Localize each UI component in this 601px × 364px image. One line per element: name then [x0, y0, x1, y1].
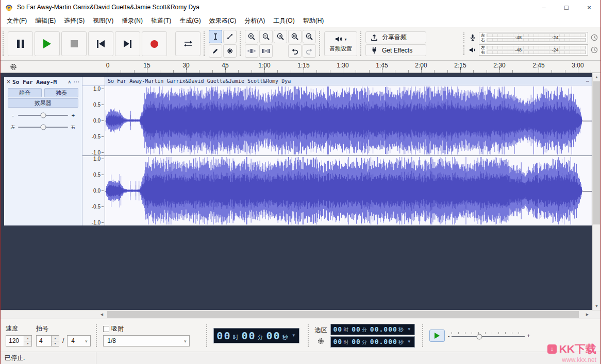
redo-button[interactable]	[303, 44, 316, 58]
toolbar-grip[interactable]	[360, 31, 362, 56]
toolbar-grip[interactable]	[96, 324, 98, 347]
solo-button[interactable]: 独奏	[44, 88, 78, 97]
zoom-in-button[interactable]	[245, 30, 258, 43]
audio-position-display[interactable]: 00时00分00秒 ▼	[213, 328, 299, 343]
toolbar-grip[interactable]	[206, 324, 208, 347]
menu-item[interactable]: 视图(V)	[89, 14, 118, 27]
pan-slider[interactable]: 左 右	[10, 123, 76, 131]
menu-item[interactable]: 效果器(C)	[205, 14, 241, 27]
scroll-up-button[interactable]: ▲	[593, 73, 600, 81]
menu-item[interactable]: 生成(G)	[175, 14, 205, 27]
maximize-button[interactable]: □	[555, 0, 578, 14]
snap-checkbox[interactable]	[103, 326, 109, 332]
toolbar-grip[interactable]	[463, 45, 465, 55]
scroll-right-button[interactable]: ▶	[583, 310, 592, 319]
track: × So Far Away-M ∧ ⋯ 静音 独奏 效果器 - +	[4, 76, 592, 226]
menu-item[interactable]: 编辑(E)	[31, 14, 60, 27]
selection-end-field[interactable]: 00时00分00.000秒 ▼	[330, 336, 415, 348]
zoom-selection-button[interactable]	[274, 30, 287, 43]
audacity-window: So Far Away-Martin Garrix&David Guetta&J…	[0, 0, 601, 364]
vertical-scrollbar[interactable]: ▲ ▼	[592, 73, 600, 310]
play-speed-slider[interactable]: - +	[448, 330, 530, 342]
record-button[interactable]	[142, 31, 167, 56]
scroll-left-button[interactable]: ◀	[97, 310, 106, 319]
toolbar-grip[interactable]	[204, 31, 206, 56]
vertical-scrollbar-thumb[interactable]	[593, 81, 600, 224]
time-signature-spinner[interactable]: ▲▼	[52, 335, 59, 346]
zoom-out-button[interactable]	[259, 30, 273, 43]
field-caret-icon[interactable]: ▼	[405, 339, 413, 344]
toolbar-grip[interactable]	[3, 31, 5, 56]
selection-tool-button[interactable]	[209, 30, 222, 43]
menu-item[interactable]: 工具(O)	[269, 14, 298, 27]
time-signature-lower-select[interactable]: 4 ∨	[67, 335, 91, 346]
waveform-channel-left[interactable]	[105, 85, 592, 155]
loop-button[interactable]	[175, 31, 201, 56]
gear-icon[interactable]	[317, 337, 325, 345]
pause-button[interactable]	[8, 31, 33, 56]
track-menu-button[interactable]: ⋯	[73, 78, 79, 85]
field-caret-icon[interactable]: ▼	[405, 327, 413, 332]
skip-to-start-button[interactable]	[88, 31, 113, 56]
selection-start-field[interactable]: 00时00分00.000秒 ▼	[330, 324, 415, 335]
snap-checkbox-row[interactable]: 吸附	[103, 324, 190, 333]
menu-item[interactable]: 帮助(H)	[299, 14, 328, 27]
play-at-speed-button[interactable]	[429, 330, 445, 342]
toolbar-grip[interactable]	[308, 324, 310, 347]
speed-input[interactable]: 120	[6, 335, 24, 346]
zoom-toggle-button[interactable]	[303, 30, 316, 43]
audio-setup-button[interactable]: ▾ 音频设置	[324, 31, 357, 56]
toolbar-grip[interactable]	[240, 31, 242, 56]
waveform-channel-right[interactable]	[105, 156, 592, 226]
close-button[interactable]: ×	[578, 0, 600, 14]
skip-to-end-button[interactable]	[115, 31, 140, 56]
menu-item[interactable]: 选择(S)	[60, 14, 89, 27]
toolbar-grip[interactable]	[319, 31, 321, 56]
gain-slider[interactable]: - +	[10, 111, 76, 119]
trim-audio-button[interactable]	[245, 44, 258, 58]
silence-audio-button[interactable]	[259, 44, 273, 58]
envelope-tool-button[interactable]	[223, 30, 237, 43]
zoom-fit-button[interactable]	[288, 30, 302, 43]
track-name[interactable]: So Far Away-M	[12, 79, 65, 85]
share-audio-button[interactable]: 分享音频	[365, 31, 426, 43]
mute-button[interactable]: 静音	[8, 88, 42, 97]
get-effects-button[interactable]: Get Effects	[365, 44, 426, 56]
track-close-button[interactable]: ×	[7, 79, 10, 85]
play-button[interactable]	[35, 31, 60, 56]
vertical-ruler[interactable]: 1.00.50.0-0.5-1.0 1.00.50.0-0.5-1.0	[82, 77, 105, 226]
draw-tool-button[interactable]	[209, 44, 222, 58]
window-title: So Far Away-Martin Garrix&David Guetta&J…	[17, 4, 199, 11]
pan-slider-thumb[interactable]	[40, 125, 46, 130]
horizontal-scrollbar-thumb[interactable]	[107, 311, 579, 318]
time-signature-upper-input[interactable]: 4	[36, 335, 52, 346]
play-speed-slider-thumb[interactable]	[477, 334, 482, 339]
field-caret-icon[interactable]: ▼	[290, 333, 298, 338]
toolbar-grip[interactable]	[463, 32, 465, 43]
stop-button[interactable]	[61, 31, 87, 56]
clip-menu-button[interactable]: ⋯	[586, 78, 589, 84]
gear-icon[interactable]	[9, 63, 18, 71]
speed-spinner[interactable]: ▲▼	[24, 335, 32, 346]
track-area: × So Far Away-M ∧ ⋯ 静音 独奏 效果器 - +	[1, 73, 600, 310]
scroll-down-button[interactable]: ▼	[593, 302, 600, 310]
snap-interval-select[interactable]: 1/8 ∨	[103, 335, 190, 346]
effects-button[interactable]: 效果器	[8, 98, 78, 108]
playback-meter[interactable]: -48 -24 左 右	[462, 44, 598, 56]
toolbar-grip[interactable]	[422, 324, 424, 347]
select-caret-icon: ∨	[183, 339, 187, 343]
recording-meter[interactable]: -48 -24 左 右	[462, 32, 598, 43]
track-collapse-icon[interactable]: ∧	[68, 79, 71, 84]
multi-tool-button[interactable]	[223, 44, 237, 58]
menu-item[interactable]: 轨道(T)	[147, 14, 175, 27]
timeline-ruler[interactable]: 01530451:001:151:301:452:002:152:302:453…	[106, 61, 600, 73]
clip-title-bar[interactable]: So Far Away-Martin Garrix&David Guetta&J…	[105, 77, 592, 85]
menu-item[interactable]: 播录(N)	[118, 14, 147, 27]
gain-slider-thumb[interactable]	[40, 113, 46, 118]
menu-item[interactable]: 文件(F)	[3, 14, 31, 27]
horizontal-scrollbar[interactable]: ◀ ▶	[1, 310, 600, 319]
minimize-button[interactable]: –	[532, 0, 555, 14]
time-signature-slash: /	[62, 337, 64, 344]
undo-button[interactable]	[288, 44, 302, 58]
menu-item[interactable]: 分析(A)	[240, 14, 269, 27]
